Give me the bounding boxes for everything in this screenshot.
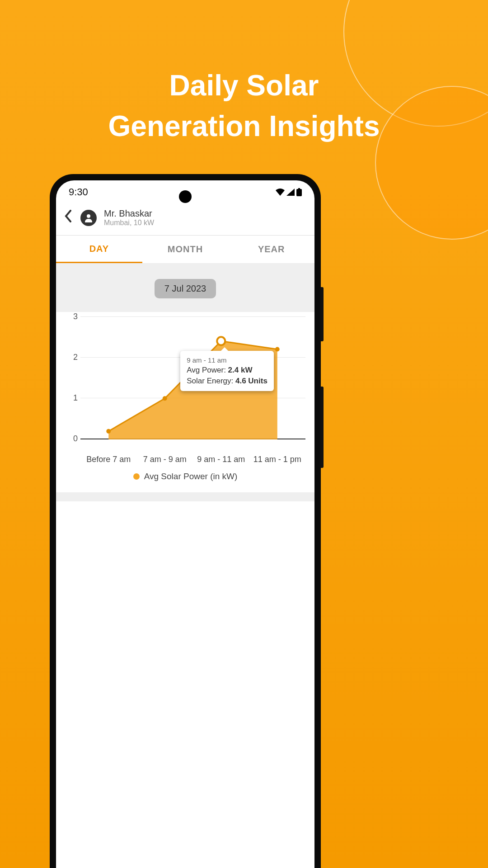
signal-icon — [286, 189, 295, 196]
legend-label: Avg Solar Power (in kW) — [144, 472, 238, 481]
user-location: Mumbai, 10 kW — [104, 219, 154, 227]
avatar-icon[interactable] — [80, 210, 97, 226]
battery-icon — [296, 188, 302, 196]
tab-day[interactable]: DAY — [56, 236, 142, 263]
svg-rect-0 — [296, 189, 302, 196]
status-time: 9:30 — [69, 186, 88, 198]
svg-point-2 — [87, 214, 90, 218]
tooltip-avg-power-label: Avg Power: — [187, 366, 228, 374]
chart-area[interactable]: 01239 am - 11 amAvg Power: 2.4 kWSolar E… — [73, 316, 305, 452]
marketing-headline: Daily Solar Generation Insights — [0, 66, 488, 146]
y-tick: 0 — [73, 434, 78, 443]
chart-tooltip: 9 am - 11 amAvg Power: 2.4 kWSolar Energ… — [180, 351, 274, 391]
chart-legend: Avg Solar Power (in kW) — [61, 472, 310, 481]
tooltip-energy-label: Solar Energy: — [187, 377, 235, 385]
svg-point-6 — [275, 347, 280, 351]
tooltip-energy-value: 4.6 Units — [235, 377, 267, 385]
svg-point-5 — [217, 337, 225, 345]
x-axis-label: 7 am - 9 am — [137, 455, 193, 464]
user-name: Mr. Bhaskar — [104, 208, 154, 219]
svg-point-3 — [106, 429, 111, 434]
y-tick: 2 — [73, 353, 78, 362]
svg-point-4 — [163, 396, 167, 401]
tab-year[interactable]: YEAR — [228, 236, 314, 263]
phone-frame: 9:30 Mr. Bhaskar Mumbai, 10 kW — [50, 174, 321, 868]
x-axis-label: Before 7 am — [80, 455, 137, 464]
time-range-tabs: DAY MONTH YEAR — [56, 236, 314, 264]
back-icon[interactable] — [64, 209, 73, 226]
app-header: Mr. Bhaskar Mumbai, 10 kW — [56, 204, 314, 235]
tab-month[interactable]: MONTH — [142, 236, 229, 263]
svg-rect-1 — [298, 188, 300, 189]
x-axis-label: 11 am - 1 pm — [249, 455, 306, 464]
y-tick: 3 — [73, 312, 78, 321]
tooltip-time-range: 9 am - 11 am — [187, 355, 267, 365]
date-selector[interactable]: 7 Jul 2023 — [155, 279, 216, 298]
tooltip-avg-power-value: 2.4 kW — [228, 366, 253, 374]
status-icons — [276, 188, 302, 196]
wifi-icon — [276, 189, 285, 196]
legend-dot-icon — [133, 473, 140, 480]
camera-notch — [179, 190, 192, 203]
x-axis-label: 9 am - 11 am — [193, 455, 249, 464]
y-tick: 1 — [73, 393, 78, 403]
chart-card: 01239 am - 11 amAvg Power: 2.4 kWSolar E… — [56, 312, 314, 492]
